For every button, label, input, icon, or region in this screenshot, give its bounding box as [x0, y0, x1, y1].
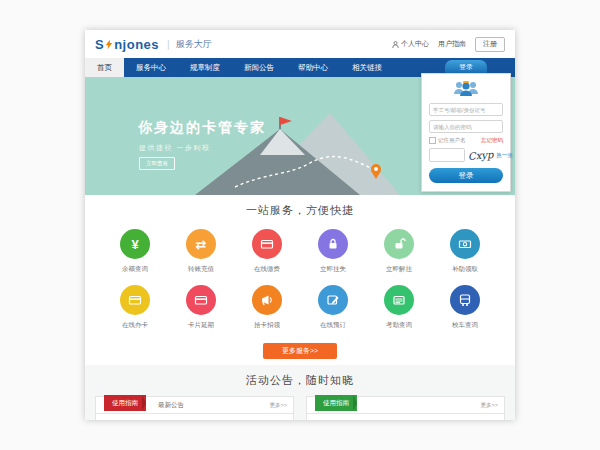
password-input[interactable] — [429, 120, 503, 133]
captcha-input[interactable] — [429, 148, 465, 162]
nav-item-home[interactable]: 首页 — [85, 58, 124, 77]
guide-panel: 使用指南 最新公告 更多>> — [95, 396, 294, 420]
service-label: 立即挂失 — [320, 265, 346, 274]
service-balance[interactable]: ¥ 余额查询 — [107, 229, 163, 274]
bus-icon — [450, 285, 480, 315]
guide-panel-right: 使用指南 更多>> — [306, 396, 505, 420]
remember-checkbox[interactable] — [429, 137, 436, 144]
login-card: 记住用户名 忘记密码 Cxyp 换一张 登录 — [421, 73, 511, 192]
personal-center-link[interactable]: 个人中心 — [392, 39, 429, 49]
captcha-refresh-link[interactable]: 换一张 — [496, 152, 513, 159]
lightning-icon — [105, 39, 113, 50]
guide-panel-right-body — [307, 414, 504, 420]
banknote-icon — [450, 229, 480, 259]
service-label: 在线预订 — [320, 321, 346, 330]
captcha-image[interactable]: Cxyp — [468, 149, 494, 162]
login-panel: 登录 记住用户名 忘记密码 Cxyp 换一张 登录 — [421, 60, 511, 192]
hero-subtitle: 提供捷径 一步到校 — [139, 143, 210, 153]
login-submit-button[interactable]: 登录 — [429, 168, 503, 183]
list-icon — [384, 285, 414, 315]
guide-panel-header: 使用指南 最新公告 更多>> — [96, 397, 293, 414]
service-found-card[interactable]: 拾卡招领 — [239, 285, 295, 330]
service-booking[interactable]: 在线预订 — [305, 285, 361, 330]
service-label: 卡片延期 — [188, 321, 214, 330]
user-guide-link[interactable]: 用户指南 — [438, 39, 466, 49]
guide-right-more-link[interactable]: 更多>> — [481, 402, 498, 409]
announcement-panels: 使用指南 最新公告 更多>> 使用指南 更多>> — [85, 396, 515, 420]
service-label: 拾卡招领 — [254, 321, 280, 330]
service-attendance[interactable]: 考勤查询 — [371, 285, 427, 330]
megaphone-icon — [252, 285, 282, 315]
service-card-extend[interactable]: 卡片延期 — [173, 285, 229, 330]
logo-divider: | — [167, 39, 170, 50]
site-header: S njones | 服务大厅 个人中心 用户指南 注册 — [85, 30, 515, 58]
guide-panel-body — [96, 414, 293, 420]
service-unfreeze[interactable]: 立即解挂 — [371, 229, 427, 274]
guide-panel-right-header: 使用指南 更多>> — [307, 397, 504, 414]
personal-center-label: 个人中心 — [401, 39, 429, 49]
forgot-password-link[interactable]: 忘记密码 — [481, 137, 503, 144]
remember-row: 记住用户名 忘记密码 — [429, 137, 503, 144]
remember-label: 记住用户名 — [438, 137, 466, 144]
service-label: 立即解挂 — [386, 265, 412, 274]
nav-item-service-center[interactable]: 服务中心 — [124, 58, 178, 77]
guide-more-link[interactable]: 更多>> — [270, 402, 287, 409]
tab-usage-guide[interactable]: 使用指南 — [104, 395, 146, 411]
announcements-section: 活动公告，随时知晓 使用指南 最新公告 更多>> 使用指南 更多>> — [85, 365, 515, 420]
services-row-2: 在线办卡 卡片延期 拾卡招领 在线预订 — [85, 285, 515, 330]
yen-icon: ¥ — [120, 229, 150, 259]
logo-suffix: njones — [114, 37, 159, 52]
nav-item-links[interactable]: 相关链接 — [340, 58, 394, 77]
register-button[interactable]: 注册 — [475, 37, 505, 52]
announcements-title: 活动公告，随时知晓 — [85, 373, 515, 388]
service-pay[interactable]: 在线缴费 — [239, 229, 295, 274]
users-group-icon — [453, 80, 479, 98]
tab-latest-news[interactable]: 最新公告 — [158, 401, 184, 410]
service-label: 在线缴费 — [254, 265, 280, 274]
logo-prefix: S — [95, 37, 104, 52]
service-label: 余额查询 — [122, 265, 148, 274]
service-label: 校车查询 — [452, 321, 478, 330]
user-icon — [392, 41, 399, 48]
services-section: 一站服务，方便快捷 ¥ 余额查询 ⇄ 转账充值 在线缴费 立即挂失 — [85, 195, 515, 365]
portal-page: S njones | 服务大厅 个人中心 用户指南 注册 首页 服务中心 规章制… — [85, 30, 515, 420]
lock-icon — [318, 229, 348, 259]
service-report-loss[interactable]: 立即挂失 — [305, 229, 361, 274]
hero-cta-button[interactable]: 立即查看 — [139, 157, 175, 170]
mountain-illustration — [195, 103, 410, 195]
more-services-button[interactable]: 更多服务>> — [263, 343, 337, 359]
edit-icon — [318, 285, 348, 315]
card-icon — [186, 285, 216, 315]
card-icon — [252, 229, 282, 259]
header-actions: 个人中心 用户指南 注册 — [392, 37, 505, 52]
hero-title: 你身边的卡管专家 — [138, 119, 266, 137]
service-label: 转账充值 — [188, 265, 214, 274]
synjones-logo[interactable]: S njones | 服务大厅 — [95, 37, 212, 52]
service-apply-card[interactable]: 在线办卡 — [107, 285, 163, 330]
services-title: 一站服务，方便快捷 — [85, 203, 515, 218]
nav-item-news[interactable]: 新闻公告 — [232, 58, 286, 77]
nav-item-help[interactable]: 帮助中心 — [286, 58, 340, 77]
user-guide-label: 用户指南 — [438, 39, 466, 49]
transfer-icon: ⇄ — [186, 229, 216, 259]
captcha-row: Cxyp 换一张 — [429, 148, 503, 162]
tab-usage-guide-right[interactable]: 使用指南 — [315, 395, 357, 411]
service-label: 补助领取 — [452, 265, 478, 274]
login-tab[interactable]: 登录 — [445, 60, 487, 73]
services-row-1: ¥ 余额查询 ⇄ 转账充值 在线缴费 立即挂失 — [85, 229, 515, 274]
card-icon — [120, 285, 150, 315]
service-school-bus[interactable]: 校车查询 — [437, 285, 493, 330]
username-input[interactable] — [429, 103, 503, 116]
portal-name: 服务大厅 — [176, 38, 212, 51]
nav-item-rules[interactable]: 规章制度 — [178, 58, 232, 77]
service-transfer[interactable]: ⇄ 转账充值 — [173, 229, 229, 274]
unlock-icon — [384, 229, 414, 259]
service-label: 考勤查询 — [386, 321, 412, 330]
service-label: 在线办卡 — [122, 321, 148, 330]
service-subsidy[interactable]: 补助领取 — [437, 229, 493, 274]
